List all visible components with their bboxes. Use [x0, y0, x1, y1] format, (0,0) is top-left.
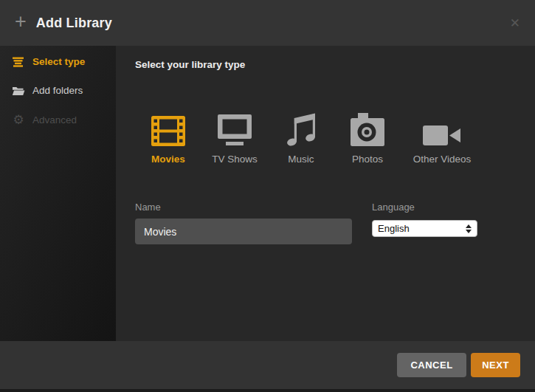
library-type-row: Movies TV Shows — [135, 111, 535, 165]
dialog-body: Select type Add folders ⚙ Advanced Selec… — [0, 46, 535, 341]
music-note-icon — [284, 111, 318, 146]
type-item-other-videos[interactable]: Other Videos — [401, 111, 483, 165]
gear-icon: ⚙ — [12, 114, 25, 126]
type-label: TV Shows — [212, 154, 258, 165]
dialog-title: Add Library — [36, 16, 112, 31]
add-library-dialog: + Add Library ✕ Select type — [0, 0, 535, 392]
type-label: Movies — [151, 154, 185, 165]
next-button[interactable]: NEXT — [471, 353, 520, 377]
type-item-tv-shows[interactable]: TV Shows — [201, 111, 268, 165]
plus-icon: + — [15, 12, 27, 32]
dialog-header: + Add Library ✕ — [0, 0, 535, 46]
dialog-bottom-edge — [0, 389, 535, 392]
sidebar-item-advanced: ⚙ Advanced — [0, 105, 116, 135]
name-input[interactable] — [135, 219, 352, 244]
type-label: Other Videos — [413, 154, 472, 165]
main-panel: Select your library type — [116, 46, 535, 341]
camera-icon — [351, 111, 384, 146]
close-icon[interactable]: ✕ — [510, 16, 520, 31]
sidebar-item-add-folders[interactable]: Add folders — [0, 76, 116, 105]
sidebar-item-label: Add folders — [32, 85, 83, 96]
name-field-label: Name — [135, 202, 352, 213]
select-arrows-icon — [466, 224, 472, 233]
type-item-photos[interactable]: Photos — [334, 111, 401, 165]
name-field-group: Name — [135, 202, 352, 244]
language-field-label: Language — [372, 202, 477, 213]
language-select[interactable]: English — [372, 220, 477, 237]
video-camera-icon — [423, 111, 461, 146]
sidebar-item-label: Advanced — [32, 114, 77, 125]
sidebar-item-label: Select type — [32, 56, 85, 67]
fields-row: Name Language English — [135, 202, 535, 244]
type-label: Photos — [352, 154, 383, 165]
cancel-button[interactable]: CANCEL — [397, 353, 466, 377]
language-select-value: English — [378, 223, 466, 234]
language-field-group: Language English — [372, 202, 477, 244]
tv-icon — [217, 111, 252, 146]
dialog-footer: CANCEL NEXT — [0, 341, 535, 389]
list-lines-icon — [12, 57, 25, 67]
type-item-music[interactable]: Music — [268, 111, 334, 165]
folder-icon — [12, 86, 25, 96]
film-strip-icon — [151, 111, 185, 146]
type-item-movies[interactable]: Movies — [135, 111, 201, 165]
panel-heading: Select your library type — [135, 59, 535, 71]
sidebar: Select type Add folders ⚙ Advanced — [0, 46, 116, 341]
type-label: Music — [288, 154, 314, 165]
sidebar-item-select-type[interactable]: Select type — [0, 47, 116, 76]
